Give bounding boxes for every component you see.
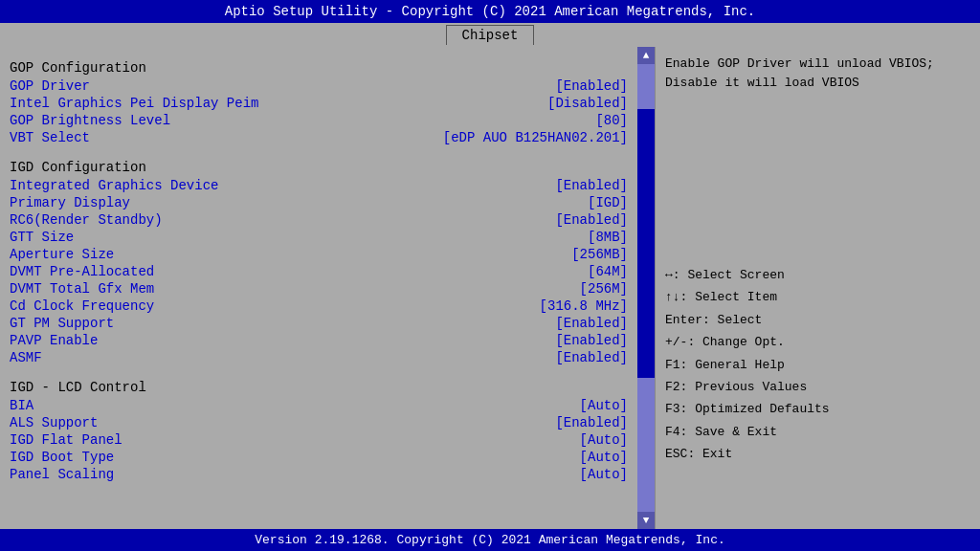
integrated-graphics-device-row[interactable]: Integrated Graphics Device [Enabled]	[10, 177, 628, 194]
asmf-row[interactable]: ASMF [Enabled]	[10, 349, 628, 366]
primary-display-row[interactable]: Primary Display [IGD]	[10, 194, 628, 211]
intel-graphics-pei-row[interactable]: Intel Graphics Pei Display Peim [Disable…	[10, 95, 628, 112]
igd-config-header: IGD Configuration	[10, 160, 628, 175]
dvmt-pre-allocated-row[interactable]: DVMT Pre-Allocated [64M]	[10, 263, 628, 280]
aperture-size-row[interactable]: Aperture Size [256MB]	[10, 246, 628, 263]
title-text: Aptio Setup Utility - Copyright (C) 2021…	[225, 4, 756, 19]
main-panel: GOP Configuration GOP Driver [Enabled] I…	[0, 47, 637, 529]
gop-driver-row[interactable]: GOP Driver [Enabled]	[10, 77, 628, 95]
scroll-up-arrow[interactable]: ▲	[637, 47, 655, 64]
igd-boot-type-row[interactable]: IGD Boot Type [Auto]	[10, 449, 628, 466]
rc6-render-standby-row[interactable]: RC6(Render Standby) [Enabled]	[10, 211, 628, 229]
vbt-select-row[interactable]: VBT Select [eDP AUO B125HAN02.201]	[10, 129, 628, 146]
nav-optimized-defaults: F3: Optimized Defaults	[665, 398, 970, 420]
panel-scaling-row[interactable]: Panel Scaling [Auto]	[10, 466, 628, 483]
footer-bar: Version 2.19.1268. Copyright (C) 2021 Am…	[0, 529, 980, 551]
bia-row[interactable]: BIA [Auto]	[10, 397, 628, 414]
dvmt-total-gfx-row[interactable]: DVMT Total Gfx Mem [256M]	[10, 280, 628, 298]
pavp-enable-row[interactable]: PAVP Enable [Enabled]	[10, 332, 628, 349]
content-area: GOP Configuration GOP Driver [Enabled] I…	[0, 47, 980, 529]
gop-config-header: GOP Configuration	[10, 60, 628, 76]
scroll-track	[637, 64, 655, 512]
bios-screen: Aptio Setup Utility - Copyright (C) 2021…	[0, 0, 980, 551]
scroll-down-arrow[interactable]: ▼	[637, 512, 655, 529]
nav-select-screen: ↔: Select Screen	[665, 264, 970, 286]
nav-change-opt: +/-: Change Opt.	[665, 331, 970, 353]
als-support-row[interactable]: ALS Support [Enabled]	[10, 414, 628, 431]
gop-brightness-row[interactable]: GOP Brightness Level [80]	[10, 112, 628, 129]
nav-esc: ESC: Exit	[665, 443, 970, 465]
igd-flat-panel-row[interactable]: IGD Flat Panel [Auto]	[10, 431, 628, 449]
scroll-knob[interactable]	[637, 109, 655, 378]
gt-pm-support-row[interactable]: GT PM Support [Enabled]	[10, 315, 628, 332]
navigation-help: ↔: Select Screen ↑↓: Select Item Enter: …	[665, 264, 970, 466]
nav-save-exit: F4: Save & Exit	[665, 421, 970, 443]
help-panel: Enable GOP Driver will unload VBIOS; Dis…	[655, 47, 980, 529]
nav-select-item: ↑↓: Select Item	[665, 286, 970, 308]
title-bar: Aptio Setup Utility - Copyright (C) 2021…	[0, 0, 980, 23]
nav-enter: Enter: Select	[665, 309, 970, 331]
scrollbar[interactable]: ▲ ▼	[637, 47, 655, 529]
cd-clock-freq-row[interactable]: Cd Clock Frequency [316.8 MHz]	[10, 298, 628, 315]
chipset-tab[interactable]: Chipset	[446, 25, 535, 45]
igd-lcd-control-header: IGD - LCD Control	[10, 380, 628, 395]
gtt-size-row[interactable]: GTT Size [8MB]	[10, 229, 628, 246]
footer-text: Version 2.19.1268. Copyright (C) 2021 Am…	[255, 533, 724, 547]
nav-previous-values: F2: Previous Values	[665, 376, 970, 398]
tab-bar: Chipset	[0, 23, 980, 47]
help-description: Enable GOP Driver will unload VBIOS; Dis…	[665, 55, 970, 92]
nav-general-help: F1: General Help	[665, 354, 970, 376]
